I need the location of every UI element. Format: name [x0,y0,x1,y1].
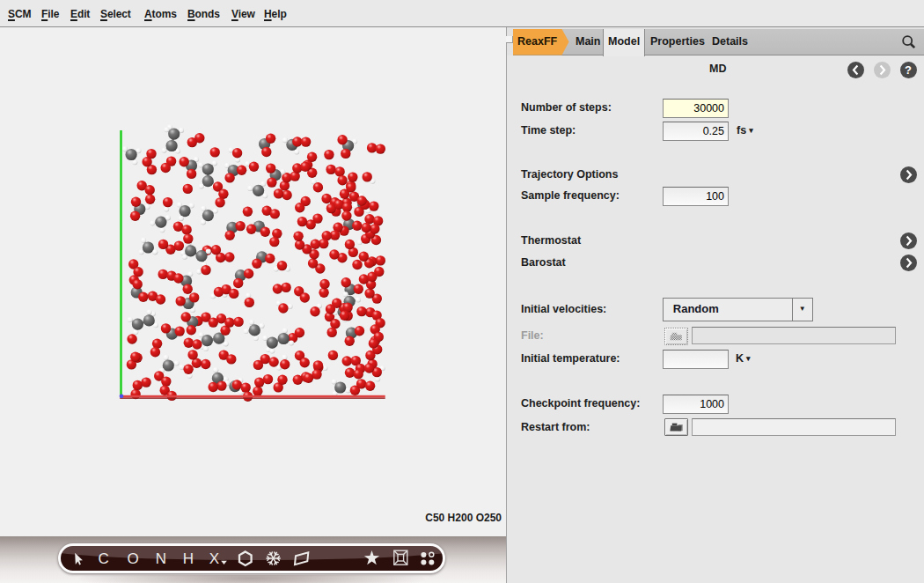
svg-text:X: X [209,550,219,567]
svg-text:O: O [127,550,138,567]
svg-text:H: H [183,550,194,567]
svg-text:N: N [156,550,166,567]
svg-text:C: C [99,550,109,567]
